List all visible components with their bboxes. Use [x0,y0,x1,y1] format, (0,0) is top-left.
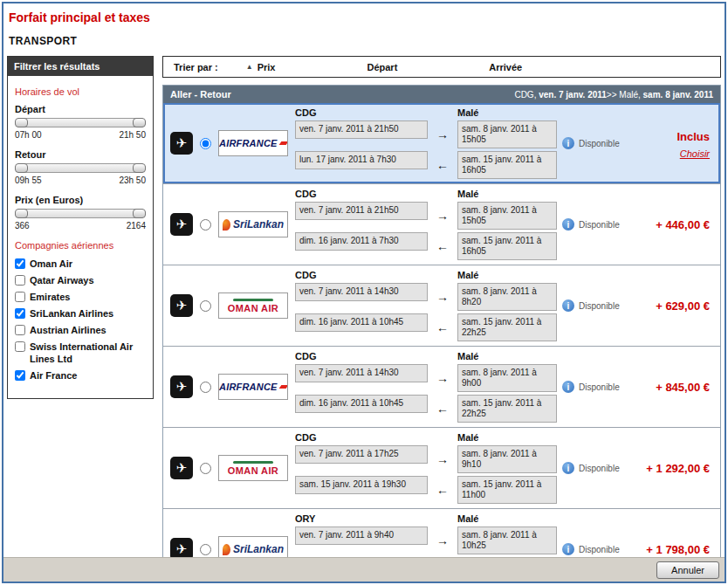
availability-text: Disponible [579,382,620,392]
airline-filter-item[interactable]: Qatar Airways [15,274,146,286]
flight-select-radio[interactable] [200,544,211,555]
flight-select-radio[interactable] [200,300,211,312]
availability: i Disponible [562,543,639,555]
filter-panel: Filtrer les résultats Horaires de vol Dé… [7,56,154,399]
sort-label: Trier par : [174,62,218,72]
flight-row: ✈ OMAN AIR CDG Malé ven. 7 janv. 2011 à … [163,427,720,508]
airline-filter-item[interactable]: SriLankan Airlines [15,307,146,320]
route-origin: CDG, [514,90,536,100]
outbound-arrival-time: sam. 8 janv. 2011 à 9h10 [457,445,557,473]
range-slider[interactable] [15,163,146,173]
sort-option-departure-label: Départ [367,62,397,72]
booking-window: Forfait principal et taxes TRANSPORT Fil… [2,2,726,583]
return-departure-time: sam. 15 janv. 2011 à 11h00 [457,476,557,504]
return-arrival-time: dim. 16 janv. 2011 à 7h30 [295,232,428,251]
flight-times: CDG Malé ven. 7 janv. 2011 à 17h25 → sam… [295,432,557,504]
airline-filter-item[interactable]: Oman Air [15,258,146,270]
airline-filter-item[interactable]: Emirates [15,291,146,303]
results-area: Trier par : ▲ Prix Départ Arrivée Aller … [162,56,721,583]
availability: i Disponible [562,462,639,474]
footer-bar: Annuler [3,557,725,582]
range-slider-group: Prix (en Euros) 366 2164 [15,195,146,231]
airline-logo: OMAN AIR [218,292,288,319]
range-slider[interactable] [15,118,146,127]
return-departure-time: sam. 15 janv. 2011 à 22h25 [457,395,557,423]
range-slider[interactable] [15,209,146,218]
slider-max-value: 2164 [127,221,146,231]
airline-checkbox[interactable] [15,370,25,381]
slider-handle-max[interactable] [133,118,146,127]
outbound-departure-time: ven. 7 janv. 2011 à 17h25 [295,445,428,464]
airline-checkbox[interactable] [15,275,25,286]
airline-filter-item[interactable]: Swiss International Air Lines Ltd [15,341,146,365]
outbound-arrival-time: sam. 8 janv. 2011 à 9h00 [457,364,557,392]
price-value: + 1 292,00 € [646,462,710,475]
info-icon[interactable]: i [562,299,574,312]
airline-logo: AIRFRANCE [218,374,288,400]
cancel-button[interactable]: Annuler [656,561,719,579]
airline-label: Swiss International Air Lines Ltd [30,341,146,365]
outbound-arrow-icon: → [436,290,449,304]
slider-handle-min[interactable] [15,209,28,218]
airline-label: Qatar Airways [30,274,94,286]
return-departure-time: sam. 15 janv. 2011 à 22h25 [457,313,557,341]
slider-handle-min[interactable] [15,118,28,127]
airline-checkbox[interactable] [15,258,25,269]
info-icon[interactable]: i [562,543,574,555]
slider-values: 366 2164 [15,221,146,231]
info-icon[interactable]: i [562,218,574,231]
info-icon[interactable]: i [562,137,574,149]
airline-checkbox[interactable] [15,341,25,352]
info-icon[interactable]: i [562,462,574,474]
airline-filter-item[interactable]: Air France [15,369,146,382]
results-box: Aller - Retour CDG, ven. 7 janv. 2011>> … [162,85,721,583]
outbound-arrival-time: sam. 8 janv. 2011 à 15h05 [457,120,557,148]
flight-select-radio[interactable] [200,382,211,393]
flight-select-radio[interactable] [200,463,211,474]
price-cell: + 845,00 € [639,379,713,395]
slider-handle-max[interactable] [133,209,146,218]
flight-times: CDG Malé ven. 7 janv. 2011 à 21h50 → sam… [295,107,557,179]
airline-label: SriLankan Airlines [30,307,113,320]
flight-select-radio[interactable] [200,219,211,231]
flight-row: ✈ OMAN AIR CDG Malé ven. 7 janv. 2011 à … [163,265,720,346]
destination-name: Malé [457,513,557,524]
outbound-arrival-time: sam. 8 janv. 2011 à 10h25 [457,526,557,554]
airline-label: Air France [30,369,77,382]
airplane-icon: ✈ [170,294,193,317]
flight-select-radio[interactable] [200,138,211,149]
price-value: + 1 798,00 € [646,543,710,556]
sort-option-departure[interactable]: Départ [367,62,397,72]
outbound-arrow-icon: → [436,209,449,223]
price-value: + 446,00 € [656,218,710,231]
origin-code: CDG [295,351,428,361]
info-icon[interactable]: i [562,381,574,393]
availability-text: Disponible [579,220,620,230]
slider-handle-min[interactable] [15,163,28,173]
availability-text: Disponible [579,301,620,311]
slider-min-value: 07h 00 [15,130,42,140]
airline-checkbox[interactable] [15,292,25,302]
flight-times: CDG Malé ven. 7 janv. 2011 à 14h30 → sam… [295,270,557,341]
airline-label: Oman Air [30,258,72,270]
sort-option-arrival[interactable]: Arrivée [489,62,522,72]
sort-option-price-label: Prix [258,62,276,72]
outbound-arrival-time: sam. 8 janv. 2011 à 8h20 [457,283,557,311]
page-title: Forfait principal et taxes [9,10,725,24]
airline-checkbox[interactable] [15,325,25,335]
sort-option-price[interactable]: ▲ Prix [246,62,276,72]
flight-times: CDG Malé ven. 7 janv. 2011 à 21h50 → sam… [295,189,557,260]
flight-row: ✈ SriLankan CDG Malé ven. 7 janv. 2011 à… [163,183,720,265]
airline-filter-item[interactable]: Austrian Airlines [15,324,146,336]
outbound-arrow-icon: → [436,533,449,547]
availability: i Disponible [562,218,639,231]
flight-rows: ✈ AIRFRANCE CDG Malé ven. 7 janv. 2011 à… [163,103,720,583]
section-title: TRANSPORT [9,35,725,47]
price-value: + 629,00 € [656,299,710,313]
availability: i Disponible [562,299,639,312]
slider-handle-max[interactable] [133,163,146,173]
airline-checkbox[interactable] [15,308,25,319]
return-arrival-time: lun. 17 janv. 2011 à 7h30 [295,151,428,169]
return-arrow-icon: ← [436,483,449,497]
choose-link[interactable]: Choisir [639,148,710,159]
